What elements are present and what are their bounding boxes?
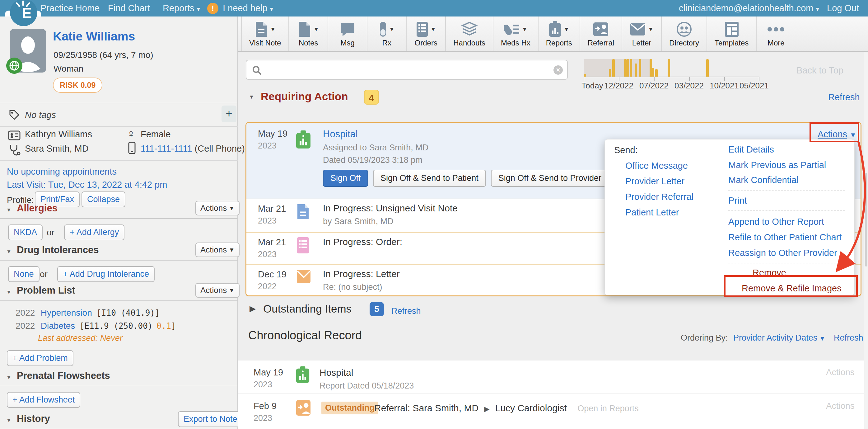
export-to-note-button[interactable]: Export to Note [178, 411, 243, 427]
nav-reports[interactable]: Reports▾ [163, 0, 200, 17]
row-title: In Progress: Letter [323, 269, 400, 279]
problem-list-actions-button[interactable]: Actions▼ [195, 283, 240, 297]
sign-off-send-patient-button[interactable]: Sign Off & Send to Patient [373, 170, 486, 187]
nav-find-chart[interactable]: Find Chart [108, 0, 150, 17]
toolbar-reports[interactable]: ▼ Reports [538, 17, 580, 51]
nav-practice-home[interactable]: Practice Home [40, 0, 99, 17]
nkda-button[interactable]: NKDA [8, 225, 42, 240]
chrono-row-referral[interactable]: Feb 9 2023 Outstanding Referral: Sara Sm… [238, 394, 864, 429]
toolbar-visit-note[interactable]: ▼ Visit Note [241, 17, 289, 51]
toolbar-notes[interactable]: ▼ Notes [289, 17, 328, 51]
row-year: 2023 [258, 250, 277, 259]
collapse-triangle-icon[interactable]: ▼ [6, 418, 11, 424]
chronological-record-title: Chronological Record [248, 329, 362, 342]
chevron-down-icon: ▾ [197, 5, 200, 12]
toolbar-letter[interactable]: ▼ Letter [622, 17, 662, 51]
outstanding-count-badge: 5 [370, 302, 384, 316]
outstanding-refresh-link[interactable]: Refresh [392, 306, 421, 316]
problem-link[interactable]: Hypertension [41, 308, 92, 318]
menu-edit-details[interactable]: Edit Details [728, 144, 774, 155]
report-title-link[interactable]: Hospital [323, 128, 358, 140]
chrono-row-hospital[interactable]: May 19 2023 Hospital Report Dated 05/18/… [238, 361, 864, 394]
toolbar-templates[interactable]: Templates [707, 17, 756, 51]
problem-link[interactable]: Diabetes [41, 321, 75, 331]
nav-user-menu[interactable]: cliniciandemo@elationhealth.com▾ [679, 0, 819, 17]
section-collapse-icon[interactable]: ▼ [249, 94, 254, 100]
last-visit-link[interactable]: Last Visit: Tue, Dec 13, 2022 at 4:42 pm [7, 180, 167, 190]
chevron-down-icon: ▼ [229, 287, 235, 294]
globe-badge-icon [6, 58, 22, 74]
chronological-refresh-link[interactable]: Refresh [834, 333, 863, 343]
timeline-label: 05/2021 [736, 81, 773, 91]
or-label: or [40, 269, 48, 279]
row-year: 2022 [258, 282, 277, 291]
row-sub: by Sara Smith, MD [323, 217, 394, 226]
collapse-triangle-icon[interactable]: ▼ [6, 374, 11, 381]
upcoming-appointments-link[interactable]: No upcoming appointments [7, 167, 117, 177]
svg-text:E: E [22, 5, 32, 21]
order-doc-icon [296, 237, 310, 254]
collapse-button[interactable]: Collapse [82, 192, 125, 207]
menu-provider-letter[interactable]: Provider Letter [625, 176, 684, 187]
timeline-bars [584, 59, 760, 77]
elation-ehr-page: Practice Home Find Chart Reports▾ ! I ne… [0, 0, 868, 429]
collapse-triangle-icon[interactable]: ▼ [6, 207, 11, 213]
collapse-triangle-icon[interactable]: ▼ [6, 249, 11, 255]
nav-logout[interactable]: Log Out [827, 0, 859, 17]
ordering-value-dropdown[interactable]: Provider Activity Dates▼ [733, 333, 826, 342]
timeline-bar [639, 59, 641, 77]
row-actions-button[interactable]: Actions [826, 401, 855, 411]
menu-provider-referral[interactable]: Provider Referral [625, 192, 693, 202]
add-allergy-button[interactable]: + Add Allergy [64, 225, 124, 240]
add-drug-intolerance-button[interactable]: + Add Drug Intolerance [57, 266, 155, 282]
requiring-action-title: Requiring Action [261, 90, 348, 103]
back-to-top-link[interactable]: Back to Top [797, 65, 843, 76]
toolbar-referral[interactable]: Referral [580, 17, 622, 51]
toolbar-orders[interactable]: ▼ Orders [407, 17, 446, 51]
phone-link[interactable]: 111-111-1111 [141, 144, 192, 153]
open-in-reports-label[interactable]: Open in Reports [578, 404, 639, 413]
timeline-axis: Today 12/2022 07/2022 03/2022 10/2021 05… [584, 77, 760, 77]
sign-off-button-row: Sign Off Sign Off & Send to Patient Sign… [323, 170, 609, 187]
visit-note-icon [254, 21, 268, 37]
timeline-label: 12/2022 [600, 81, 638, 91]
orders-icon [416, 21, 428, 37]
patient-name[interactable]: Katie Williams [53, 30, 135, 43]
menu-mark-confidential[interactable]: Mark Confidential [728, 175, 799, 185]
sign-off-send-provider-button[interactable]: Sign Off & Send to Provider [491, 170, 609, 187]
risk-badge[interactable]: RISK 0.09 [53, 78, 102, 93]
letter-envelope-icon [296, 269, 311, 284]
toolbar-handouts[interactable]: Handouts [446, 17, 493, 51]
toolbar-more[interactable]: More [756, 17, 795, 51]
collapse-triangle-icon[interactable]: ▼ [6, 289, 11, 295]
sign-off-button[interactable]: Sign Off [323, 170, 368, 187]
toolbar-meds-hx[interactable]: ▼ Meds Hx [493, 17, 538, 51]
expand-triangle-icon[interactable]: ▶ [249, 304, 256, 314]
none-button[interactable]: None [8, 266, 39, 282]
search-input[interactable] [265, 62, 546, 77]
tags-empty-label: No tags [25, 110, 56, 120]
chronological-rows: May 19 2023 Hospital Report Dated 05/18/… [238, 361, 864, 429]
requiring-action-count-badge: 4 [364, 90, 379, 105]
menu-patient-letter[interactable]: Patient Letter [625, 207, 679, 218]
clear-search-icon[interactable]: × [554, 65, 563, 75]
allergies-actions-button[interactable]: Actions▼ [195, 201, 240, 216]
nav-need-help[interactable]: I need help▾ [223, 0, 273, 17]
timeline-bar [624, 59, 627, 77]
toolbar-directory[interactable]: Directory [662, 17, 707, 51]
add-tag-button[interactable]: + [221, 106, 237, 122]
requiring-action-refresh-link[interactable]: Refresh [828, 92, 860, 103]
outstanding-status-badge: Outstanding [321, 402, 378, 414]
row-actions-button[interactable]: Actions [826, 367, 855, 377]
add-problem-button[interactable]: + Add Problem [7, 350, 73, 366]
divider [0, 160, 238, 161]
toolbar-msg[interactable]: Msg [328, 17, 367, 51]
menu-office-message[interactable]: Office Message [625, 161, 688, 171]
drug-intolerances-actions-button[interactable]: Actions▼ [195, 242, 240, 257]
activity-timeline[interactable]: Today 12/2022 07/2022 03/2022 10/2021 05… [584, 59, 760, 87]
toolbar-rx[interactable]: ▼ Rx [367, 17, 407, 51]
elation-logo[interactable]: E [10, 0, 37, 26]
top-nav: Practice Home Find Chart Reports▾ ! I ne… [0, 0, 868, 17]
menu-print[interactable]: Print [728, 196, 747, 206]
add-flowsheet-button[interactable]: + Add Flowsheet [7, 392, 80, 408]
